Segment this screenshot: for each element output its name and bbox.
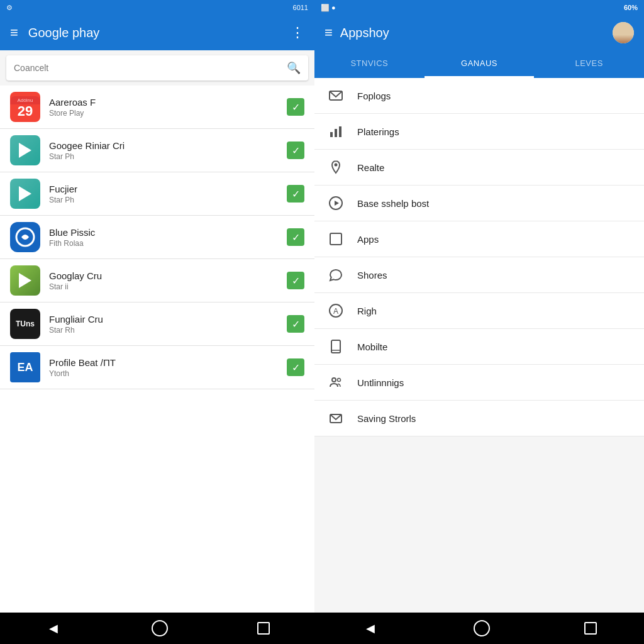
tab-leves[interactable]: Leves (534, 50, 644, 78)
left-more-icon[interactable]: ⋮ (291, 25, 304, 41)
left-menu-icon[interactable]: ≡ (10, 25, 18, 41)
checkbox[interactable]: ✓ (287, 358, 304, 376)
app-info: Fungliair Cru Star Rh (49, 314, 278, 335)
app-icon (10, 179, 40, 209)
list-item[interactable]: Apps (314, 221, 644, 257)
right-screen: ⬜ ● 60% ≡ Appshoy Stnvics Ganaus Leves (314, 0, 644, 644)
menu-label: Untlinnnigs (357, 377, 404, 388)
app-list: Adólnu 29 Aareroas F Store Play ✓ Googee… (0, 86, 314, 613)
svg-rect-2 (330, 132, 333, 137)
list-item[interactable]: TUns Fungliair Cru Star Rh ✓ (0, 303, 314, 346)
app-icon: EA (10, 352, 40, 382)
home-button[interactable] (152, 620, 168, 636)
people-icon (327, 374, 345, 391)
list-item[interactable]: Saving Strorls (314, 401, 644, 436)
svg-point-5 (335, 164, 338, 167)
tab-ganaus[interactable]: Ganaus (425, 50, 535, 78)
list-item[interactable]: Realte (314, 150, 644, 186)
checkbox[interactable]: ✓ (287, 315, 304, 333)
svg-rect-8 (330, 233, 341, 245)
back-button[interactable]: ◀ (45, 619, 62, 637)
search-input[interactable] (14, 63, 282, 73)
checkbox[interactable]: ✓ (287, 185, 304, 203)
mail-icon (327, 87, 345, 104)
app-info: Aareroas F Store Play (49, 97, 278, 118)
apps-icon (327, 230, 345, 248)
app-info: Profile Beat /ΠΤ Ytorth (49, 357, 278, 378)
list-item[interactable]: Adólnu 29 Aareroas F Store Play ✓ (0, 86, 314, 129)
search-bar: 🔍 (6, 55, 308, 80)
bar-chart-icon (327, 123, 345, 140)
svg-rect-11 (331, 340, 340, 353)
right-toolbar: ≡ Appshoy (314, 15, 644, 50)
app-info: Googee Riniar Cri Star Ph (49, 140, 278, 161)
menu-label: Mobilte (357, 341, 387, 352)
checkbox[interactable]: ✓ (287, 98, 304, 116)
list-item[interactable]: Googlay Cru Star ii ✓ (0, 259, 314, 303)
recent-button[interactable] (584, 622, 597, 635)
svg-point-14 (338, 379, 341, 382)
app-icon (10, 135, 40, 165)
left-status-time: 6011 (293, 4, 308, 11)
list-item[interactable]: Shores (314, 257, 644, 293)
checkbox[interactable]: ✓ (287, 142, 304, 159)
left-status-bar: ⚙ 6011 (0, 0, 314, 15)
app-icon (10, 265, 40, 296)
tab-stnvics[interactable]: Stnvics (314, 50, 425, 78)
menu-list: Foplogs Platerings Realte (314, 78, 644, 613)
right-status-icons: ⬜ ● (321, 4, 336, 12)
app-info: Googlay Cru Star ii (49, 270, 278, 291)
svg-marker-7 (335, 201, 339, 206)
svg-rect-3 (335, 129, 337, 137)
avatar (613, 22, 634, 43)
message-icon (327, 266, 345, 284)
left-title: Google phay (28, 26, 280, 40)
svg-rect-4 (339, 126, 341, 137)
list-item[interactable]: Mobilte (314, 329, 644, 365)
right-title: Appshoy (340, 26, 605, 40)
menu-label: Realte (357, 162, 384, 173)
list-item[interactable]: Base sshelp bost (314, 186, 644, 221)
right-battery: 60% (624, 4, 638, 11)
menu-label: Platerings (357, 126, 399, 137)
list-item[interactable]: Untlinnnigs (314, 365, 644, 401)
menu-label: Base sshelp bost (357, 198, 429, 209)
left-toolbar: ≡ Google phay ⋮ (0, 15, 314, 50)
menu-label: Saving Strorls (357, 413, 416, 424)
app-info: Fucjier Star Ph (49, 184, 278, 204)
list-item[interactable]: Platerings (314, 114, 644, 150)
menu-label: Shores (357, 270, 387, 280)
tablet-icon (327, 338, 345, 355)
circle-a-icon: A (327, 302, 345, 319)
left-screen: ⚙ 6011 ≡ Google phay ⋮ 🔍 Adólnu 29 Aarer… (0, 0, 314, 644)
app-icon: Adólnu 29 (10, 92, 40, 122)
list-item[interactable]: Foplogs (314, 78, 644, 114)
list-item[interactable]: Blue Pissic Fith Rolaa ✓ (0, 216, 314, 259)
right-bottom-nav: ◀ (314, 613, 644, 644)
right-menu-icon[interactable]: ≡ (325, 25, 333, 41)
left-status-left-icons: ⚙ (6, 4, 13, 12)
svg-text:A: A (333, 307, 338, 316)
recent-button[interactable] (257, 622, 270, 635)
back-button[interactable]: ◀ (362, 619, 379, 637)
app-icon: TUns (10, 309, 40, 339)
home-button[interactable] (474, 620, 490, 636)
list-item[interactable]: A Righ (314, 293, 644, 329)
list-item[interactable]: Googee Riniar Cri Star Ph ✓ (0, 129, 314, 172)
list-item[interactable]: EA Profile Beat /ΠΤ Ytorth ✓ (0, 346, 314, 389)
menu-label: Righ (357, 306, 377, 316)
app-info: Blue Pissic Fith Rolaa (49, 227, 278, 248)
menu-label: Apps (357, 234, 379, 245)
mail-small-icon (327, 409, 345, 427)
svg-point-13 (332, 378, 336, 382)
checkbox[interactable]: ✓ (287, 272, 304, 289)
location-icon (327, 158, 345, 176)
tabs-bar: Stnvics Ganaus Leves (314, 50, 644, 78)
left-bottom-nav: ◀ (0, 613, 314, 644)
checkbox[interactable]: ✓ (287, 228, 304, 246)
media-icon (327, 194, 345, 212)
app-icon (10, 222, 40, 252)
right-status-bar: ⬜ ● 60% (314, 0, 644, 15)
list-item[interactable]: Fucjier Star Ph ✓ (0, 172, 314, 216)
search-icon[interactable]: 🔍 (287, 61, 301, 75)
